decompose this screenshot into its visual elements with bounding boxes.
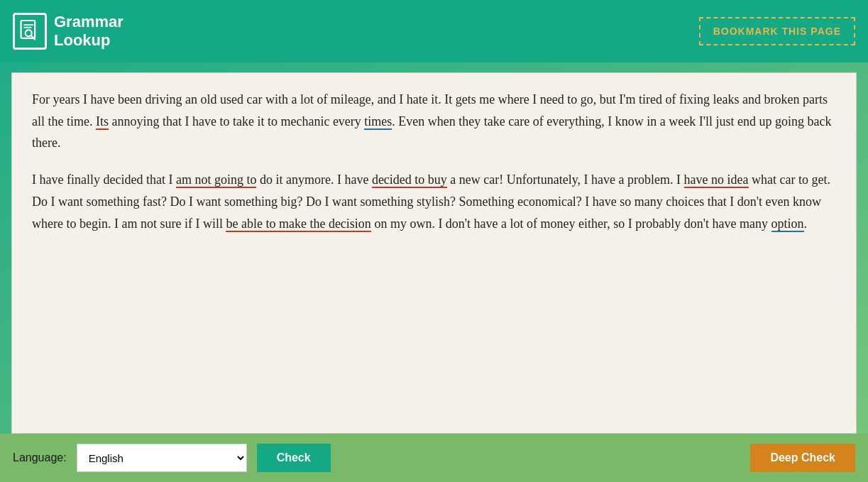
- paragraph-2: I have finally decided that I am not goi…: [32, 169, 836, 234]
- p2-text3: a new car! Unfortunately, I have a probl…: [447, 172, 684, 187]
- check-button[interactable]: Check: [257, 444, 331, 472]
- phrase-decided-to-buy: decided to buy: [372, 172, 447, 188]
- header: Grammar Lookup BOOKMARK THIS PAGE: [0, 0, 868, 62]
- bottom-bar: Language: English French German Spanish …: [0, 434, 868, 482]
- phrase-am-not-going-to: am not going to: [176, 172, 257, 188]
- content-area: For years I have been driving an old use…: [0, 62, 868, 434]
- paragraph-1: For years I have been driving an old use…: [32, 89, 836, 154]
- p1-text2: annoying that I have to take it to mecha…: [109, 114, 364, 128]
- deep-check-button[interactable]: Deep Check: [750, 444, 855, 472]
- logo-line1: Grammar: [54, 13, 123, 31]
- p2-text2: do it anymore. I have: [256, 172, 371, 187]
- p2-text5: on my own. I don't have a lot of money e…: [371, 217, 771, 231]
- times-word: times: [364, 114, 392, 130]
- bookmark-button[interactable]: BOOKMARK THIS PAGE: [699, 17, 855, 45]
- text-content: For years I have been driving an old use…: [32, 89, 836, 234]
- language-label: Language:: [13, 451, 67, 464]
- text-box[interactable]: For years I have been driving an old use…: [11, 72, 857, 434]
- logo-area: Grammar Lookup: [13, 13, 123, 50]
- logo-text: Grammar Lookup: [54, 13, 123, 50]
- phrase-be-able-to-make: be able to make the decision: [226, 217, 370, 232]
- language-select[interactable]: English French German Spanish Portuguese: [77, 444, 247, 472]
- logo-line2: Lookup: [54, 31, 110, 49]
- p2-text6: .: [804, 217, 808, 231]
- logo-svg-icon: [18, 20, 41, 43]
- logo-icon: [13, 13, 47, 50]
- p2-text1: I have finally decided that I: [32, 172, 176, 187]
- option-word: option: [771, 217, 804, 232]
- its-word: Its: [96, 114, 109, 130]
- phrase-have-no-idea: have no idea: [684, 172, 749, 188]
